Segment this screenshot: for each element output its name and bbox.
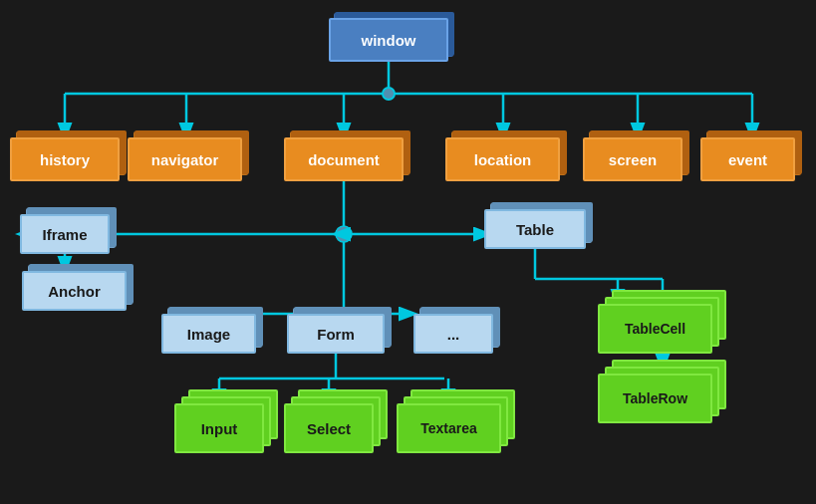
svg-point-9: [336, 226, 352, 242]
window-node: window: [329, 18, 448, 62]
tablecell-node: TableCell: [598, 304, 712, 354]
dots-node: ...: [413, 314, 493, 354]
connector-dot-window: [382, 87, 396, 101]
navigator-node: navigator: [128, 137, 242, 181]
table-node: Table: [484, 209, 586, 249]
screen-node: screen: [583, 137, 682, 181]
input-node: Input: [174, 403, 264, 453]
iframe-node: Iframe: [20, 214, 110, 254]
location-node: location: [445, 137, 560, 181]
textarea-node: Textarea: [397, 403, 501, 453]
history-node: history: [10, 137, 120, 181]
anchor-node: Anchor: [22, 271, 127, 311]
event-node: event: [700, 137, 795, 181]
tablerow-node: TableRow: [598, 374, 712, 423]
image-node: Image: [161, 314, 256, 354]
document-node: document: [284, 137, 404, 181]
form-node: Form: [287, 314, 385, 354]
select-node: Select: [284, 403, 374, 453]
